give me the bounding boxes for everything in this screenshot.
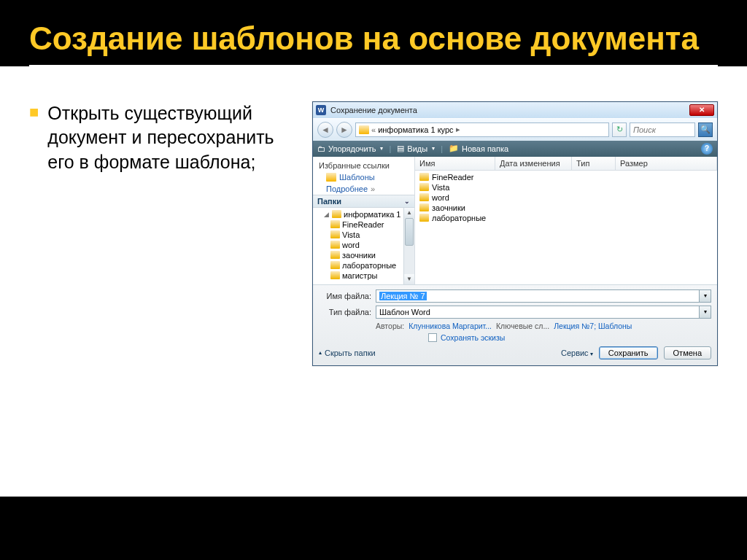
toolbar: 🗀 Упорядочить | ▤ Виды | 📁 Новая папка ? [313, 141, 717, 157]
authors-label: Авторы: [376, 322, 404, 330]
refresh-button[interactable]: ↻ [612, 122, 627, 137]
column-headers[interactable]: Имя Дата изменения Тип Размер [415, 157, 717, 171]
filetype-select[interactable]: Шаблон Word▾ [376, 306, 711, 319]
chevron-right-icon: ▸ [456, 125, 460, 134]
list-item[interactable]: Vista [418, 182, 714, 192]
dialog-footer: Имя файла: Лекция № 7▾ Тип файла: Шаблон… [313, 284, 717, 365]
bullet-text: Открыть существующий документ и пересохр… [47, 101, 292, 175]
folder-icon [419, 183, 429, 191]
bullet-item: ■ Открыть существующий документ и пересо… [29, 101, 292, 175]
folder-icon [332, 210, 341, 218]
slide-title: Создание шаблонов на основе документа [0, 0, 747, 61]
folder-icon [359, 125, 369, 134]
folder-icon [419, 203, 429, 211]
forward-button[interactable]: ► [336, 122, 352, 138]
bullet-marker-icon: ■ [29, 101, 39, 175]
file-list: Имя Дата изменения Тип Размер FineReader… [415, 157, 717, 284]
new-folder-button[interactable]: 📁 Новая папка [449, 144, 508, 153]
filename-label: Имя файла: [319, 292, 371, 300]
file-list-body[interactable]: FineReader Vista word заочники лаборатор… [415, 171, 717, 284]
folder-icon [330, 261, 340, 269]
tree-scrollbar[interactable]: ▲ ▼ [403, 208, 414, 284]
col-type[interactable]: Тип [572, 157, 616, 170]
scroll-down-icon[interactable]: ▼ [404, 274, 414, 284]
col-size[interactable]: Размер [616, 157, 717, 170]
dropdown-icon[interactable]: ▾ [699, 290, 711, 302]
scroll-up-icon[interactable]: ▲ [404, 208, 414, 218]
folders-header[interactable]: Папки⌄ [313, 195, 414, 208]
views-menu[interactable]: ▤ Виды [397, 144, 435, 153]
close-button[interactable]: ✕ [689, 104, 714, 116]
scroll-thumb[interactable] [405, 218, 414, 246]
chevron-icon: « [371, 125, 376, 134]
tools-menu[interactable]: Сервис [561, 349, 593, 357]
list-item[interactable]: word [418, 192, 714, 203]
col-name[interactable]: Имя [415, 157, 495, 170]
word-icon: W [316, 105, 326, 115]
folder-icon [419, 193, 429, 201]
folder-icon [326, 173, 336, 182]
list-item[interactable]: лабораторные [418, 213, 714, 223]
folder-icon [330, 241, 340, 249]
breadcrumb[interactable]: « информатика 1 курс ▸ [355, 122, 609, 137]
chevron-down-icon: ⌄ [404, 198, 410, 205]
new-folder-icon: 📁 [449, 144, 459, 153]
slide-content: ■ Открыть существующий документ и пересо… [0, 66, 747, 497]
authors-value[interactable]: Клунникова Маргарит... [409, 322, 492, 330]
folder-icon [330, 220, 340, 228]
help-button[interactable]: ? [701, 143, 713, 155]
dialog-main: Избранные ссылки Шаблоны Подробнее Папки… [313, 157, 717, 284]
filename-input[interactable]: Лекция № 7▾ [376, 289, 711, 303]
folder-icon [330, 271, 340, 279]
save-button[interactable]: Сохранить [599, 346, 658, 359]
organize-icon: 🗀 [317, 144, 325, 153]
sidebar-item-templates[interactable]: Шаблоны [313, 171, 414, 183]
breadcrumb-segment[interactable]: информатика 1 курс [378, 125, 453, 134]
folder-icon [330, 230, 340, 238]
list-item[interactable]: FineReader [418, 172, 714, 182]
organize-menu[interactable]: 🗀 Упорядочить [317, 144, 383, 153]
dialog-titlebar[interactable]: W Сохранение документа ✕ [313, 102, 717, 118]
cancel-button[interactable]: Отмена [664, 346, 711, 359]
triangle-up-icon: ▴ [319, 349, 322, 356]
folder-icon [419, 214, 429, 222]
sidebar-item-more[interactable]: Подробнее [313, 183, 414, 195]
dropdown-icon[interactable]: ▾ [699, 306, 711, 318]
checkbox-icon[interactable] [428, 333, 437, 342]
back-button[interactable]: ◄ [317, 122, 333, 138]
sidebar: Избранные ссылки Шаблоны Подробнее Папки… [313, 157, 415, 284]
dialog-title: Сохранение документа [330, 106, 417, 114]
keywords-value[interactable]: Лекция №7; Шаблоны [554, 322, 632, 330]
keywords-label: Ключевые сл... [496, 322, 549, 330]
views-icon: ▤ [397, 144, 404, 153]
list-item[interactable]: заочники [418, 203, 714, 213]
col-date[interactable]: Дата изменения [495, 157, 572, 170]
save-thumbnail-checkbox[interactable]: Сохранять эскизы [428, 333, 711, 342]
folder-tree[interactable]: ◢информатика 1 ку FineReader Vista word … [313, 208, 414, 284]
folder-icon [330, 251, 340, 259]
tree-expand-icon[interactable]: ◢ [323, 211, 330, 218]
search-input[interactable]: Поиск [630, 122, 695, 137]
folder-icon [419, 173, 429, 181]
search-button[interactable]: 🔍 [698, 122, 713, 137]
navigation-bar: ◄ ► « информатика 1 курс ▸ ↻ Поиск 🔍 [313, 118, 717, 141]
favorites-header: Избранные ссылки [313, 157, 414, 171]
filetype-label: Тип файла: [319, 308, 371, 316]
hide-folders-button[interactable]: ▴Скрыть папки [319, 349, 376, 357]
save-dialog: W Сохранение документа ✕ ◄ ► « информати… [312, 101, 718, 366]
